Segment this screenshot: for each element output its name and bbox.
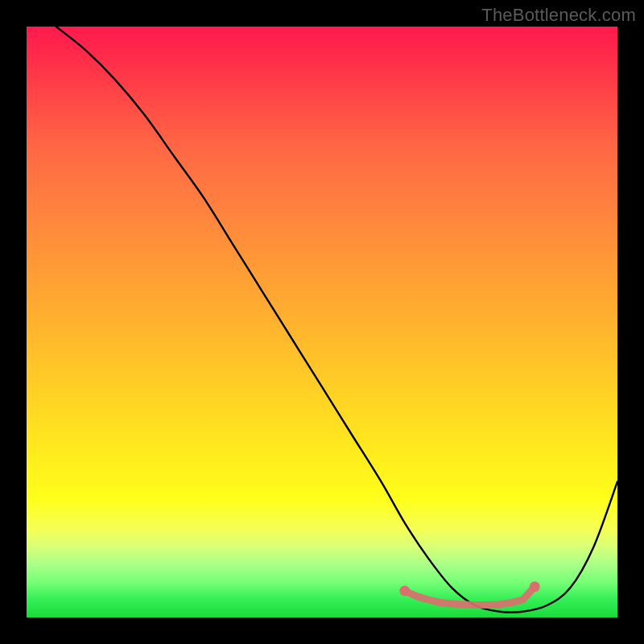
watermark-label: TheBottleneck.com (481, 5, 636, 26)
plot-area (27, 27, 617, 617)
good-fit-dot (399, 586, 410, 597)
bottleneck-curve (56, 27, 617, 613)
curve-layer (27, 27, 617, 617)
good-fit-markers (399, 581, 539, 605)
good-fit-stroke (405, 587, 535, 605)
chart-container: TheBottleneck.com (0, 0, 644, 644)
good-fit-dot (530, 581, 540, 592)
